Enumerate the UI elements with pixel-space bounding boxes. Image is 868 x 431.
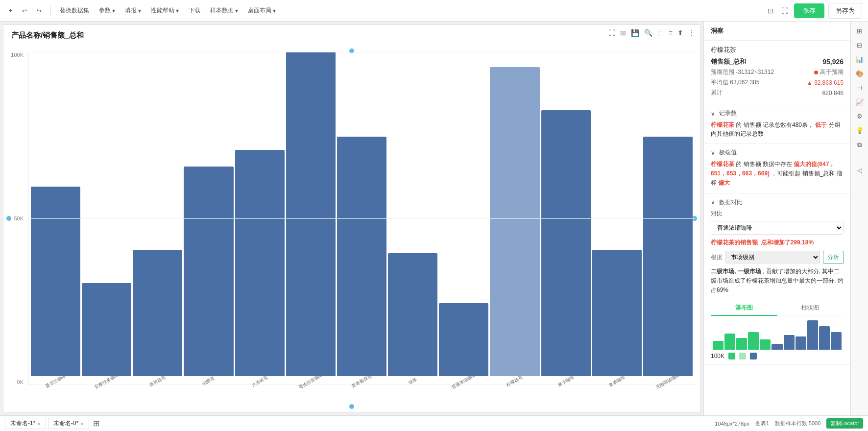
bar-伯爵茶[interactable] [184, 167, 233, 376]
tab2-close[interactable]: × [80, 421, 83, 427]
extreme-collapse-icon: ∨ [711, 149, 715, 156]
add-button[interactable]: + [6, 5, 15, 16]
extreme-section: ∨ 极端值 柠檬花茶 的 销售额 数据中存在 偏大的值(647，651，653，… [704, 144, 850, 193]
perf-help-button[interactable]: 性能帮助 ▾ [148, 4, 182, 17]
market-highlight: 二级市场, 一级市场 [711, 268, 761, 275]
component-button[interactable]: ⊟ [851, 39, 868, 52]
bar-哥伦比亚咖啡[interactable] [286, 52, 336, 376]
chart-toolbar: ⛶ ⊞ 💾 🔍 ⬚ ≡ ⬆ ⋮ [607, 28, 696, 38]
status-dot [814, 71, 818, 74]
insight-button[interactable]: 💡 [851, 124, 868, 137]
save-chart-button[interactable]: 💾 [630, 28, 640, 38]
fill-report-button[interactable]: 填报 ▾ [122, 4, 144, 17]
right-insight-panel: 洞察 柠檬花茶 销售额_总和 95,926 预期范围 -31312~31312 … [703, 22, 850, 415]
layout-button[interactable]: 桌面布局 ▾ [245, 4, 279, 17]
chevron-down-icon: ▾ [176, 7, 179, 14]
list-button[interactable]: ≡ [668, 28, 674, 38]
settings-button[interactable]: ⚙ [851, 110, 868, 123]
undo-button[interactable]: ↩ [19, 5, 30, 16]
save-as-button[interactable]: 另存为 [828, 3, 862, 19]
resize-handle-bottom[interactable] [349, 404, 354, 409]
grid-line-top [28, 52, 695, 52]
bar-大吉岭茶[interactable] [235, 150, 285, 376]
bar-爱尔兰咖啡[interactable] [31, 187, 80, 376]
basis-select[interactable]: 市场级别 [725, 251, 820, 263]
extreme-content: 柠檬花茶 的 销售额 数据中存在 偏大的值(647，651，653，663，66… [711, 160, 844, 188]
replace-dataset-button[interactable]: 替换数据集 [57, 4, 92, 17]
sample-data-button[interactable]: 样本数据 ▾ [207, 4, 241, 17]
chevron-down-icon: ▾ [112, 7, 115, 14]
mini-bar [713, 341, 723, 350]
metric-row: 销售额_总和 95,926 [711, 57, 844, 66]
legend-blue [750, 353, 757, 359]
tab1-close[interactable]: × [37, 421, 40, 427]
select-button[interactable]: ⬚ [656, 28, 665, 38]
redo-button[interactable]: ↪ [34, 5, 45, 16]
waterfall-tab[interactable]: 瀑布图 [711, 301, 777, 316]
metric-name: 销售额_总和 [711, 57, 746, 66]
forecast-label: 预期范围 -31312~31312 [711, 68, 774, 76]
bar-黄春菊花茶[interactable] [337, 137, 386, 376]
bar-柠檬花茶[interactable] [490, 67, 539, 376]
params-button[interactable]: 参数 ▾ [96, 4, 118, 17]
bar-摩卡咖啡[interactable] [541, 110, 591, 376]
zoom-button[interactable]: 🔍 [643, 28, 653, 38]
layer-button[interactable]: ⧉ [851, 138, 868, 152]
filter-button[interactable]: ⊞ [619, 28, 627, 38]
add-icon: + [9, 7, 12, 14]
bar-薄荷花茶[interactable] [133, 250, 182, 376]
dimensions-label: 1046px*278px [715, 421, 749, 427]
mini-bar [736, 338, 747, 350]
chevron-down-icon: ▾ [138, 7, 141, 14]
fullscreen-button[interactable]: ⛶ [779, 5, 790, 17]
more-button[interactable]: ⋮ [687, 28, 696, 38]
bar-安摩拉多咖啡[interactable] [82, 283, 131, 376]
legend-green [728, 353, 735, 359]
bar-绿茶[interactable] [388, 253, 437, 376]
bar-无咖啡因咖啡[interactable] [643, 137, 693, 376]
mini-bar [796, 336, 806, 350]
chart-container: 100K 50K 0K 爱尔兰咖啡安摩拉多咖啡薄荷花茶伯爵茶大吉岭茶哥伦比亚咖啡… [3, 42, 700, 405]
collapse-icon: ∨ [711, 110, 715, 117]
fit-icon-button[interactable]: ⊡ [766, 5, 775, 17]
extreme-section-title[interactable]: ∨ 极端值 [711, 148, 844, 157]
download-button[interactable]: 下载 [186, 4, 203, 17]
compare-select[interactable]: 普通浓缩咖啡 [711, 221, 844, 235]
copy-locator-button[interactable]: 复制Locator [826, 418, 863, 429]
compare-result: 柠檬花茶的销售额_总和增加了299.18% [711, 239, 844, 247]
save-button[interactable]: 保存 [794, 3, 824, 18]
y-axis: 100K 50K 0K [3, 52, 25, 385]
tab-unnamed1[interactable]: 未命名-1* × [5, 418, 46, 429]
compare-basis-row: 根据 市场级别 分析 [711, 251, 844, 264]
records-content: 柠檬花茶 的 销售额 记录总数有480条， 低于 分组内其他值的记录总数 [711, 120, 844, 138]
axis-button[interactable]: ⊣ [851, 81, 868, 95]
toolbar-right: ⊡ ⛶ 保存 另存为 [766, 3, 862, 19]
expand-chart-button[interactable]: ⛶ [607, 28, 616, 38]
format-button[interactable]: 🎨 [851, 67, 868, 80]
grid-line-mid [28, 218, 695, 219]
tab-unnamed0[interactable]: 未命名-0* × [48, 418, 89, 429]
bar-tab[interactable]: 柱状图 [777, 301, 844, 316]
status-bar: 1046px*278px 图表1 数据样本行数 5000 复制Locator [715, 418, 863, 429]
chevron-down-icon: ▾ [273, 7, 276, 14]
chart-area: 产品名称/销售额_总和 ⛶ ⊞ 💾 🔍 ⬚ ≡ ⬆ ⋮ 100K 50K 0K [3, 24, 700, 412]
toolbar: + ↩ ↪ 替换数据集 参数 ▾ 填报 ▾ 性能帮助 ▾ 下载 样本数据 ▾ 桌… [0, 0, 868, 22]
analyze-button[interactable]: 分析 [823, 251, 844, 264]
forecast-status: 高于预期 [814, 68, 844, 76]
y-label-100k: 100K [11, 52, 24, 58]
chart-title: 产品名称/销售额_总和 [3, 25, 700, 42]
bar-拿铁咖啡[interactable] [592, 250, 642, 376]
bar-普通浓缩咖啡[interactable] [439, 303, 488, 376]
legend-green2 [739, 353, 746, 359]
records-section-title[interactable]: ∨ 记录数 [711, 109, 844, 118]
compare-label: 对比 [711, 210, 844, 218]
add-sheet-button[interactable]: ⊞ [91, 417, 101, 430]
data-button[interactable]: 📊 [851, 53, 868, 66]
share-button[interactable]: ⬆ [676, 28, 684, 38]
report-button[interactable]: ⊞ [851, 24, 868, 38]
toggle-panel-button[interactable]: ◁ [851, 164, 868, 177]
compare-section-title[interactable]: ∨ 数据对比 [711, 198, 844, 207]
graph-button[interactable]: 📈 [851, 96, 868, 109]
icon-rail: ⊞ ⊟ 📊 🎨 ⊣ 📈 ⚙ 💡 ⧉ ◁ [850, 22, 868, 415]
sep1 [50, 6, 51, 16]
